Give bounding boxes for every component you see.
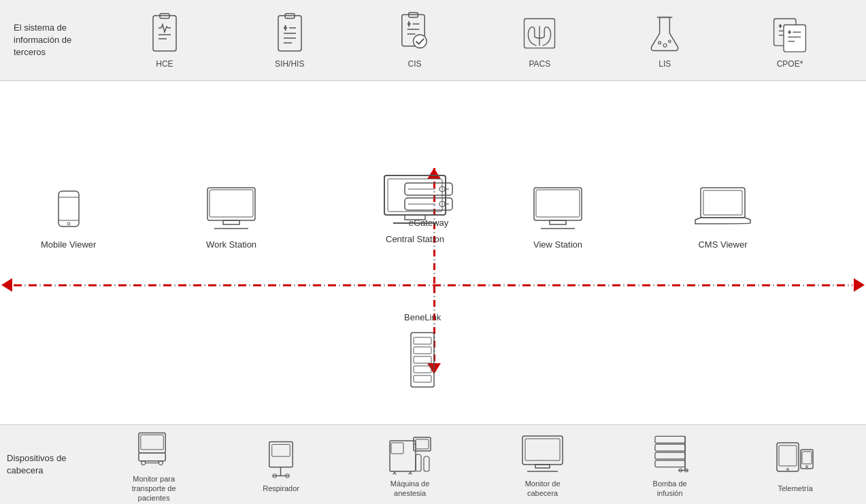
- cis-label: CIS: [408, 59, 422, 69]
- svg-point-23: [659, 41, 661, 44]
- icon-cpoe: CPOE*: [771, 12, 808, 69]
- svg-rect-109: [802, 452, 812, 464]
- icon-cis: CIS: [397, 12, 433, 69]
- mobile-viewer-label: Mobile Viewer: [41, 239, 96, 250]
- svg-point-19: [413, 34, 427, 48]
- svg-rect-32: [784, 24, 805, 52]
- cpoe-icon: [771, 12, 808, 55]
- top-section: El sistema de información de terceros HC…: [0, 0, 866, 81]
- monitor-transport-icon: [135, 426, 172, 470]
- station-view-station: View Station: [531, 186, 585, 250]
- svg-rect-99: [655, 452, 685, 459]
- svg-rect-105: [777, 443, 799, 471]
- respirador-label: Respirador: [263, 484, 299, 492]
- bottom-icons: Monitor paratransporte depacientes Respi…: [88, 426, 859, 503]
- anestesia-icon: [386, 431, 434, 475]
- respirador-icon: [263, 437, 299, 480]
- svg-rect-69: [414, 375, 431, 382]
- svg-rect-76: [269, 441, 293, 467]
- svg-rect-54: [384, 175, 446, 215]
- icon-sih: SIH/HIS: [271, 12, 308, 69]
- svg-rect-70: [139, 433, 165, 452]
- svg-point-24: [663, 44, 667, 47]
- svg-point-110: [806, 466, 808, 468]
- svg-rect-56: [405, 215, 425, 220]
- icon-pacs: PACS: [521, 12, 558, 69]
- middle-section: eGateway Mobile Viewer Work Station Cent…: [0, 81, 866, 424]
- icon-respirador: Respirador: [263, 437, 299, 492]
- benelink-item: BeneLink: [404, 312, 441, 390]
- pacs-label: PACS: [529, 59, 550, 69]
- sih-label: SIH/HIS: [275, 59, 304, 69]
- svg-rect-88: [424, 456, 429, 471]
- bomba-icon: [652, 431, 688, 475]
- icon-monitor-transport: Monitor paratransporte depacientes: [132, 426, 176, 503]
- svg-rect-63: [703, 190, 742, 215]
- station-central-station: Central Station: [381, 173, 449, 244]
- anestesia-label: Máquina deanestesia: [390, 479, 430, 499]
- svg-rect-65: [414, 337, 431, 344]
- view-station-label: View Station: [533, 239, 582, 250]
- svg-rect-66: [414, 347, 431, 354]
- icon-anestesia: Máquina deanestesia: [386, 431, 434, 499]
- svg-rect-87: [416, 454, 421, 471]
- benelink-label: BeneLink: [404, 312, 441, 322]
- central-station-label: Central Station: [386, 234, 444, 244]
- svg-rect-52: [223, 220, 239, 224]
- svg-rect-50: [207, 188, 255, 220]
- svg-rect-97: [655, 436, 685, 443]
- svg-rect-72: [139, 453, 165, 461]
- bottom-section: Dispositivos de cabecera Monitor paratra…: [0, 424, 866, 504]
- lis-label: LIS: [659, 59, 671, 69]
- svg-rect-83: [391, 443, 403, 454]
- svg-rect-59: [536, 190, 580, 217]
- svg-rect-68: [414, 366, 431, 373]
- right-arrow: [854, 278, 865, 292]
- svg-point-49: [67, 222, 70, 225]
- svg-point-107: [787, 469, 789, 471]
- lis-icon: [646, 12, 683, 55]
- svg-point-25: [669, 40, 671, 43]
- third-party-label: El sistema de información de terceros: [14, 22, 102, 59]
- svg-rect-82: [390, 441, 416, 471]
- svg-rect-94: [525, 439, 560, 460]
- svg-rect-60: [550, 220, 566, 224]
- svg-rect-106: [779, 446, 797, 466]
- cpoe-label: CPOE*: [777, 59, 803, 69]
- icon-bomba: Bomba deinfusión: [652, 431, 688, 499]
- hce-icon: [146, 12, 183, 55]
- svg-rect-55: [388, 179, 442, 212]
- telemetria-label: Telemetría: [778, 484, 812, 492]
- hce-label: HCE: [156, 59, 173, 69]
- devices-label: Dispositivos de cabecera: [7, 452, 88, 477]
- svg-point-74: [159, 461, 163, 465]
- svg-point-73: [141, 461, 146, 465]
- icon-monitor-cabecera: Monitor decabecera: [520, 431, 565, 499]
- pacs-icon: [521, 12, 558, 55]
- svg-rect-62: [701, 188, 745, 218]
- station-cms-viewer: CMS Viewer: [694, 186, 752, 250]
- telemetria-icon: [775, 437, 816, 480]
- left-arrow: [1, 278, 12, 292]
- icon-telemetria: Telemetría: [775, 437, 816, 492]
- cms-viewer-label: CMS Viewer: [698, 239, 747, 250]
- bomba-label: Bomba deinfusión: [653, 479, 687, 499]
- svg-rect-64: [411, 333, 434, 387]
- top-icons: HCE SIH/HIS: [102, 12, 852, 69]
- station-mobile-viewer: Mobile Viewer: [41, 189, 96, 250]
- svg-rect-46: [59, 191, 79, 226]
- svg-rect-67: [414, 356, 431, 363]
- cis-icon: [397, 12, 433, 55]
- icon-lis: LIS: [646, 12, 683, 69]
- svg-rect-77: [272, 444, 290, 456]
- monitor-cabecera-label: Monitor decabecera: [525, 479, 561, 499]
- icon-hce: HCE: [146, 12, 183, 69]
- svg-rect-100: [655, 460, 685, 467]
- monitor-cabecera-icon: [520, 431, 565, 475]
- work-station-label: Work Station: [206, 239, 256, 250]
- sih-icon: [271, 12, 308, 55]
- svg-rect-71: [141, 435, 163, 450]
- svg-rect-51: [210, 190, 253, 217]
- svg-rect-85: [416, 439, 429, 449]
- svg-rect-58: [534, 188, 582, 220]
